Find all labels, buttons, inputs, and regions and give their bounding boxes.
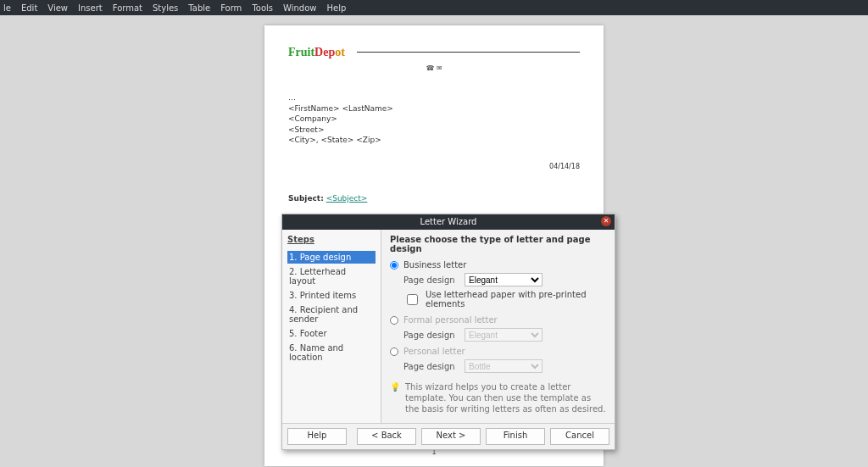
addr-ellipsis: … bbox=[288, 92, 580, 103]
dialog-body: Steps 1. Page design 2. Letterhead layou… bbox=[282, 230, 615, 423]
dialog-title-text: Letter Wizard bbox=[420, 217, 477, 226]
business-design-row: Page design Elegant bbox=[403, 273, 606, 286]
step-5-footer[interactable]: 5. Footer bbox=[287, 327, 376, 340]
step-2-letterhead-layout[interactable]: 2. Letterhead layout bbox=[287, 265, 376, 287]
label-preprinted: Use letterhead paper with pre-printed el… bbox=[426, 290, 606, 309]
menu-tools[interactable]: Tools bbox=[252, 3, 273, 13]
personal-design-select[interactable]: Bottle bbox=[465, 359, 542, 373]
business-design-label: Page design bbox=[403, 275, 458, 285]
letter-wizard-dialog: Letter Wizard ✕ Steps 1. Page design 2. … bbox=[281, 214, 615, 450]
wizard-hint-text: This wizard helps you to create a letter… bbox=[405, 381, 606, 414]
address-block: … <FirstName> <LastName> <Company> <Stre… bbox=[288, 92, 580, 146]
radio-business-letter[interactable] bbox=[390, 261, 398, 270]
radio-formal-letter[interactable] bbox=[390, 316, 398, 325]
subject-label: Subject: bbox=[288, 194, 324, 203]
label-formal-letter: Formal personal letter bbox=[403, 315, 498, 325]
subject-line: Subject: <Subject> bbox=[288, 194, 580, 203]
menu-window[interactable]: Window bbox=[283, 3, 316, 13]
step-4-recipient-sender[interactable]: 4. Recipient and sender bbox=[287, 303, 376, 325]
menubar: le Edit View Insert Format Styles Table … bbox=[0, 0, 868, 15]
dialog-titlebar: Letter Wizard ✕ bbox=[282, 214, 615, 230]
menu-form[interactable]: Form bbox=[220, 3, 242, 13]
finish-button[interactable]: Finish bbox=[486, 428, 545, 445]
label-business-letter: Business letter bbox=[403, 260, 466, 270]
dialog-close-button[interactable]: ✕ bbox=[601, 216, 611, 226]
menu-insert[interactable]: Insert bbox=[78, 3, 103, 13]
option-personal-row: Personal letter bbox=[390, 347, 606, 356]
next-button[interactable]: Next > bbox=[421, 428, 481, 445]
brand-logo: FruitDepot bbox=[288, 46, 345, 59]
menu-help[interactable]: Help bbox=[326, 3, 346, 13]
menu-format[interactable]: Format bbox=[113, 3, 142, 13]
lightbulb-icon: 💡 bbox=[390, 381, 400, 414]
label-personal-letter: Personal letter bbox=[403, 347, 465, 356]
personal-design-row: Page design Bottle bbox=[403, 359, 606, 373]
letter-date: 04/14/18 bbox=[288, 163, 580, 170]
addr-company: <Company> bbox=[288, 114, 580, 125]
addr-street: <Street> bbox=[288, 125, 580, 136]
step-3-printed-items[interactable]: 3. Printed items bbox=[287, 289, 376, 302]
back-button[interactable]: < Back bbox=[357, 428, 416, 445]
personal-design-label: Page design bbox=[403, 362, 458, 371]
option-business-row: Business letter bbox=[390, 260, 606, 270]
menu-edit[interactable]: Edit bbox=[21, 3, 37, 13]
business-design-select[interactable]: Elegant bbox=[465, 273, 542, 286]
formal-design-row: Page design Elegant bbox=[403, 328, 606, 342]
letterhead: FruitDepot bbox=[288, 46, 580, 59]
menu-file[interactable]: le bbox=[3, 3, 11, 13]
steps-heading: Steps bbox=[287, 235, 376, 244]
header-divider bbox=[357, 52, 580, 53]
addr-name: <FirstName> <LastName> bbox=[288, 103, 580, 114]
cancel-button[interactable]: Cancel bbox=[550, 428, 609, 445]
steps-panel: Steps 1. Page design 2. Letterhead layou… bbox=[282, 230, 381, 423]
option-formal-row: Formal personal letter bbox=[390, 315, 606, 325]
radio-personal-letter[interactable] bbox=[390, 347, 398, 356]
preprinted-row: Use letterhead paper with pre-printed el… bbox=[403, 290, 606, 309]
dialog-button-row: Help < Back Next > Finish Cancel bbox=[282, 423, 615, 449]
help-button[interactable]: Help bbox=[287, 428, 347, 445]
dialog-content: Please choose the type of letter and pag… bbox=[381, 230, 615, 423]
subject-placeholder: <Subject> bbox=[326, 194, 368, 203]
step-6-name-location[interactable]: 6. Name and location bbox=[287, 342, 376, 364]
addr-city: <City>, <State> <Zip> bbox=[288, 135, 580, 146]
workspace: FruitDepot ☎ ✉ … <FirstName> <LastName> … bbox=[0, 15, 868, 467]
menu-table[interactable]: Table bbox=[188, 3, 210, 13]
formal-design-label: Page design bbox=[403, 331, 458, 340]
content-heading: Please choose the type of letter and pag… bbox=[390, 235, 606, 253]
step-1-page-design[interactable]: 1. Page design bbox=[287, 251, 376, 264]
menu-styles[interactable]: Styles bbox=[153, 3, 178, 13]
wizard-hint: 💡 This wizard helps you to create a lett… bbox=[390, 381, 606, 414]
checkbox-preprinted[interactable] bbox=[407, 294, 418, 305]
formal-design-select[interactable]: Elegant bbox=[465, 328, 542, 342]
menu-view[interactable]: View bbox=[47, 3, 68, 13]
contact-icons: ☎ ✉ bbox=[288, 64, 580, 72]
